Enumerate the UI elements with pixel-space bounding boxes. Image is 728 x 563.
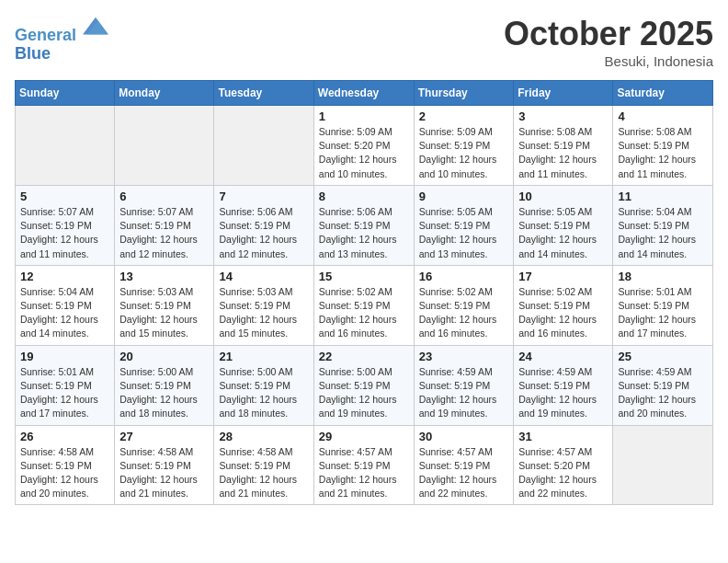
day-number: 6 <box>119 190 209 203</box>
calendar-week-row: 19Sunrise: 5:01 AM Sunset: 5:19 PM Dayli… <box>16 345 713 425</box>
calendar-cell: 8Sunrise: 5:06 AM Sunset: 5:19 PM Daylig… <box>313 185 414 265</box>
day-info: Sunrise: 5:04 AM Sunset: 5:19 PM Dayligh… <box>20 285 109 341</box>
logo: General Blue <box>15 15 108 63</box>
calendar-cell: 5Sunrise: 5:07 AM Sunset: 5:19 PM Daylig… <box>16 185 115 265</box>
calendar-cell <box>115 106 214 186</box>
day-number: 15 <box>319 270 409 283</box>
day-info: Sunrise: 5:03 AM Sunset: 5:19 PM Dayligh… <box>119 285 209 341</box>
day-info: Sunrise: 5:00 AM Sunset: 5:19 PM Dayligh… <box>219 365 308 421</box>
calendar-cell: 12Sunrise: 5:04 AM Sunset: 5:19 PM Dayli… <box>16 265 115 345</box>
day-info: Sunrise: 5:02 AM Sunset: 5:19 PM Dayligh… <box>419 285 509 341</box>
weekday-header: Wednesday <box>313 81 414 106</box>
day-info: Sunrise: 4:57 AM Sunset: 5:19 PM Dayligh… <box>419 445 509 501</box>
day-number: 5 <box>20 190 109 203</box>
calendar-cell <box>214 106 313 186</box>
day-number: 22 <box>319 350 409 363</box>
day-number: 20 <box>119 350 209 363</box>
calendar-cell: 10Sunrise: 5:05 AM Sunset: 5:19 PM Dayli… <box>514 185 613 265</box>
day-info: Sunrise: 4:58 AM Sunset: 5:19 PM Dayligh… <box>219 445 308 501</box>
calendar-cell: 7Sunrise: 5:06 AM Sunset: 5:19 PM Daylig… <box>214 185 313 265</box>
calendar-cell: 18Sunrise: 5:01 AM Sunset: 5:19 PM Dayli… <box>613 265 713 345</box>
day-number: 21 <box>219 350 308 363</box>
day-info: Sunrise: 5:06 AM Sunset: 5:19 PM Dayligh… <box>319 205 409 261</box>
day-info: Sunrise: 5:05 AM Sunset: 5:19 PM Dayligh… <box>518 205 608 261</box>
calendar-cell: 30Sunrise: 4:57 AM Sunset: 5:19 PM Dayli… <box>414 425 514 505</box>
day-number: 28 <box>219 430 308 443</box>
day-number: 7 <box>219 190 308 203</box>
day-number: 25 <box>618 350 708 363</box>
weekday-header: Friday <box>514 81 613 106</box>
day-info: Sunrise: 5:00 AM Sunset: 5:19 PM Dayligh… <box>119 365 209 421</box>
day-info: Sunrise: 4:59 AM Sunset: 5:19 PM Dayligh… <box>419 365 509 421</box>
day-info: Sunrise: 5:04 AM Sunset: 5:19 PM Dayligh… <box>618 205 708 261</box>
day-number: 10 <box>518 190 608 203</box>
calendar-cell: 28Sunrise: 4:58 AM Sunset: 5:19 PM Dayli… <box>214 425 313 505</box>
day-number: 1 <box>319 109 409 123</box>
day-info: Sunrise: 5:09 AM Sunset: 5:19 PM Dayligh… <box>419 125 509 181</box>
day-info: Sunrise: 5:09 AM Sunset: 5:20 PM Dayligh… <box>319 125 409 181</box>
weekday-row: SundayMondayTuesdayWednesdayThursdayFrid… <box>16 81 713 106</box>
calendar-cell: 16Sunrise: 5:02 AM Sunset: 5:19 PM Dayli… <box>414 265 514 345</box>
calendar-cell: 22Sunrise: 5:00 AM Sunset: 5:19 PM Dayli… <box>313 345 414 425</box>
day-info: Sunrise: 5:03 AM Sunset: 5:19 PM Dayligh… <box>219 285 308 341</box>
day-info: Sunrise: 5:08 AM Sunset: 5:19 PM Dayligh… <box>518 125 608 181</box>
day-info: Sunrise: 5:00 AM Sunset: 5:19 PM Dayligh… <box>319 365 409 421</box>
calendar-cell: 29Sunrise: 4:57 AM Sunset: 5:19 PM Dayli… <box>313 425 414 505</box>
page-header: General Blue October 2025 Besuki, Indone… <box>15 15 713 69</box>
day-info: Sunrise: 5:08 AM Sunset: 5:19 PM Dayligh… <box>618 125 708 181</box>
calendar-cell: 14Sunrise: 5:03 AM Sunset: 5:19 PM Dayli… <box>214 265 313 345</box>
calendar-cell: 31Sunrise: 4:57 AM Sunset: 5:20 PM Dayli… <box>514 425 613 505</box>
calendar-table: SundayMondayTuesdayWednesdayThursdayFrid… <box>15 80 713 505</box>
day-number: 17 <box>518 270 608 283</box>
calendar-cell: 24Sunrise: 4:59 AM Sunset: 5:19 PM Dayli… <box>514 345 613 425</box>
calendar-cell: 23Sunrise: 4:59 AM Sunset: 5:19 PM Dayli… <box>414 345 514 425</box>
calendar-week-row: 5Sunrise: 5:07 AM Sunset: 5:19 PM Daylig… <box>16 185 713 265</box>
calendar-cell: 9Sunrise: 5:05 AM Sunset: 5:19 PM Daylig… <box>414 185 514 265</box>
day-number: 3 <box>518 109 608 123</box>
day-info: Sunrise: 5:07 AM Sunset: 5:19 PM Dayligh… <box>20 205 109 261</box>
day-info: Sunrise: 5:02 AM Sunset: 5:19 PM Dayligh… <box>518 285 608 341</box>
weekday-header: Sunday <box>16 81 115 106</box>
day-number: 18 <box>618 270 708 283</box>
day-info: Sunrise: 4:58 AM Sunset: 5:19 PM Dayligh… <box>119 445 209 501</box>
calendar-body: 1Sunrise: 5:09 AM Sunset: 5:20 PM Daylig… <box>16 106 713 505</box>
calendar-cell: 15Sunrise: 5:02 AM Sunset: 5:19 PM Dayli… <box>313 265 414 345</box>
calendar-cell: 6Sunrise: 5:07 AM Sunset: 5:19 PM Daylig… <box>115 185 214 265</box>
calendar-cell: 13Sunrise: 5:03 AM Sunset: 5:19 PM Dayli… <box>115 265 214 345</box>
calendar-cell: 25Sunrise: 4:59 AM Sunset: 5:19 PM Dayli… <box>613 345 713 425</box>
day-number: 4 <box>618 109 708 123</box>
calendar-cell: 4Sunrise: 5:08 AM Sunset: 5:19 PM Daylig… <box>613 106 713 186</box>
logo-blue: Blue <box>15 44 51 63</box>
day-number: 8 <box>319 190 409 203</box>
day-info: Sunrise: 5:02 AM Sunset: 5:19 PM Dayligh… <box>319 285 409 341</box>
calendar-week-row: 26Sunrise: 4:58 AM Sunset: 5:19 PM Dayli… <box>16 425 713 505</box>
calendar-week-row: 1Sunrise: 5:09 AM Sunset: 5:20 PM Daylig… <box>16 106 713 186</box>
day-number: 30 <box>419 430 509 443</box>
day-number: 12 <box>20 270 109 283</box>
day-number: 19 <box>20 350 109 363</box>
day-info: Sunrise: 4:59 AM Sunset: 5:19 PM Dayligh… <box>618 365 708 421</box>
day-number: 14 <box>219 270 308 283</box>
day-number: 9 <box>419 190 509 203</box>
calendar-cell: 11Sunrise: 5:04 AM Sunset: 5:19 PM Dayli… <box>613 185 713 265</box>
month-title: October 2025 <box>504 15 713 53</box>
logo-general: General <box>15 26 76 44</box>
calendar-cell <box>613 425 713 505</box>
calendar-cell: 19Sunrise: 5:01 AM Sunset: 5:19 PM Dayli… <box>16 345 115 425</box>
day-info: Sunrise: 4:57 AM Sunset: 5:20 PM Dayligh… <box>518 445 608 501</box>
day-number: 11 <box>618 190 708 203</box>
calendar-cell <box>16 106 115 186</box>
weekday-header: Thursday <box>414 81 514 106</box>
weekday-header: Tuesday <box>214 81 313 106</box>
calendar-cell: 20Sunrise: 5:00 AM Sunset: 5:19 PM Dayli… <box>115 345 214 425</box>
calendar-cell: 17Sunrise: 5:02 AM Sunset: 5:19 PM Dayli… <box>514 265 613 345</box>
calendar-cell: 21Sunrise: 5:00 AM Sunset: 5:19 PM Dayli… <box>214 345 313 425</box>
calendar-cell: 27Sunrise: 4:58 AM Sunset: 5:19 PM Dayli… <box>115 425 214 505</box>
day-number: 26 <box>20 430 109 443</box>
location: Besuki, Indonesia <box>504 53 713 69</box>
calendar-cell: 2Sunrise: 5:09 AM Sunset: 5:19 PM Daylig… <box>414 106 514 186</box>
day-info: Sunrise: 5:01 AM Sunset: 5:19 PM Dayligh… <box>618 285 708 341</box>
day-info: Sunrise: 4:58 AM Sunset: 5:19 PM Dayligh… <box>20 445 109 501</box>
day-info: Sunrise: 5:06 AM Sunset: 5:19 PM Dayligh… <box>219 205 308 261</box>
calendar-header: SundayMondayTuesdayWednesdayThursdayFrid… <box>16 81 713 106</box>
